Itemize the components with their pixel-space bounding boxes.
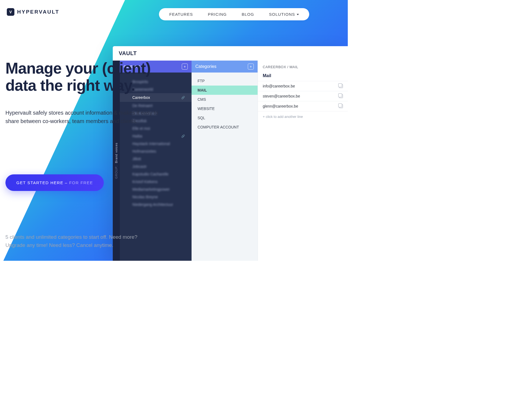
brand-logo[interactable]: V HYPERVAULT (7, 8, 60, 16)
mail-address: glenn@careerbox.be (263, 104, 298, 108)
hero-note-line1: 5 clients and unlimited categories to st… (5, 234, 137, 240)
category-item[interactable]: MAIL (192, 86, 258, 95)
app-title: VAULT (113, 46, 348, 61)
hero-subtitle: Hypervault safely stores account informa… (5, 109, 160, 125)
mail-address: steven@careerbox.be (263, 94, 300, 98)
category-item[interactable]: WEBSITE (192, 104, 258, 113)
link-icon: 🔗 (181, 96, 185, 99)
hero-note-line2: Upgrade any time! Need less? Cancel anyt… (5, 242, 113, 248)
add-category-button[interactable]: + (248, 64, 254, 70)
hero-title: Manage your (client) data the right way. (5, 60, 160, 94)
nav-pricing[interactable]: PRICING (208, 12, 227, 17)
category-item[interactable]: CMS (192, 95, 258, 104)
add-line-button[interactable]: + click to add another line (258, 111, 348, 122)
hero-title-line2: data the right way. (5, 77, 135, 94)
nav-blog[interactable]: BLOG (242, 12, 254, 17)
copy-icon[interactable] (339, 84, 343, 88)
category-item[interactable]: FTP (192, 76, 258, 86)
detail-panel: CAREERBOX / MAIL Mail info@careerbox.bes… (258, 61, 348, 261)
main-nav: FEATURES PRICING BLOG SOLUTIONS (159, 8, 309, 20)
category-item[interactable]: COMPUTER ACCOUNT (192, 122, 258, 132)
get-started-button[interactable]: GET STARTED HERE – FOR FREE (5, 174, 104, 191)
categories-panel: Categories + FTPMAILCMSWEBSITESQLCOMPUTE… (192, 61, 258, 261)
hero-title-line1: Manage your (client) (5, 59, 151, 77)
hero-note: 5 clients and unlimited categories to st… (5, 233, 160, 249)
chevron-down-icon (297, 14, 299, 15)
categories-header-label: Categories (195, 64, 216, 69)
category-item[interactable]: SQL (192, 113, 258, 122)
add-client-button[interactable]: + (182, 64, 188, 70)
detail-heading: Mail (258, 70, 348, 81)
mail-row[interactable]: glenn@careerbox.be (258, 101, 348, 111)
mail-row[interactable]: info@careerbox.be (258, 81, 348, 91)
hero-section: Manage your (client) data the right way.… (5, 60, 160, 249)
mail-list: info@careerbox.besteven@careerbox.beglen… (258, 81, 348, 111)
copy-icon[interactable] (339, 94, 343, 98)
detail-breadcrumb: CAREERBOX / MAIL (258, 61, 348, 70)
mail-row[interactable]: steven@careerbox.be (258, 91, 348, 101)
copy-icon[interactable] (339, 104, 343, 108)
brand-name: HYPERVAULT (17, 9, 60, 15)
nav-features[interactable]: FEATURES (169, 12, 193, 17)
nav-solutions[interactable]: SOLUTIONS (269, 12, 299, 17)
link-icon: 🔗 (181, 134, 185, 138)
nav-solutions-label: SOLUTIONS (269, 12, 295, 17)
categories-header: Categories + (192, 61, 258, 73)
cta-faded-text: FOR FREE (69, 180, 93, 185)
cta-main-text: GET STARTED HERE – (16, 180, 69, 185)
logo-mark-icon: V (7, 8, 14, 16)
category-list: FTPMAILCMSWEBSITESQLCOMPUTER ACCOUNT (192, 73, 258, 136)
mail-address: info@careerbox.be (263, 84, 295, 88)
